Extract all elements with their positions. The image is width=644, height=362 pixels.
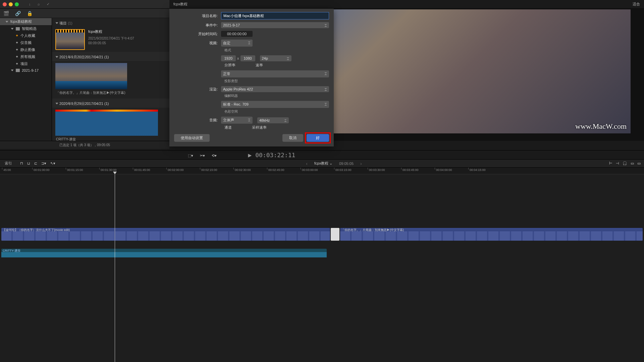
fps-select[interactable]: 24p	[260, 55, 291, 61]
render-label: 渲染:	[174, 87, 221, 92]
audio-clip[interactable]: CRITTY-遇萤	[52, 108, 169, 141]
cancel-button[interactable]: 取消	[282, 134, 303, 142]
viewer-header: fcpx教程 适合	[169, 0, 644, 8]
project-clip[interactable]: fcpx教程 2021/9/202017/04/21 下午4:07 00:09:…	[52, 27, 169, 52]
index-button[interactable]: 索引	[0, 161, 17, 166]
canvas-tools: ⬚▾ ✂▾ ⟲▾	[188, 154, 217, 158]
connect-icon[interactable]: ⊓	[20, 161, 23, 166]
timeline: 索引 ⊓ ⊔ ⊏ ⊐▾ ↖▾ ‹ fcpx教程 ⌄ 09:05:05 › ⊢ ⊣…	[0, 160, 644, 362]
sidebar-item-audio[interactable]: ✦仅音频	[0, 39, 52, 46]
folder-icon	[16, 27, 20, 31]
timeline-gap[interactable]	[331, 228, 339, 241]
lock-icon[interactable]: 🔒	[27, 11, 33, 16]
projection-hint: 投影类型	[224, 79, 329, 83]
insert-icon[interactable]: ⊔	[27, 161, 30, 166]
browser-section-event2: 2020年9月29日2017/04/21 (1)	[52, 99, 169, 108]
timeline-header: 索引 ⊓ ⊔ ⊏ ⊐▾ ↖▾ ‹ fcpx教程 ⌄ 09:05:05 › ⊢ ⊣…	[0, 160, 644, 168]
project-name: fcpx教程	[88, 29, 166, 34]
maximize-icon[interactable]	[15, 2, 19, 6]
project-date: 2021/9/202017/04/21 下午4:07	[88, 36, 166, 41]
codec-select[interactable]: Apple ProRes 422	[221, 86, 329, 92]
import-icon[interactable]: ↓	[29, 2, 31, 6]
timeline-tool-icons: ⊓ ⊔ ⊏ ⊐▾ ↖▾	[17, 161, 59, 166]
playhead[interactable]	[115, 174, 115, 362]
clip-label: 「你的名字。」片尾曲：別來無恙▶(中文字幕)	[55, 89, 166, 97]
keyword-icon[interactable]: ⌕	[38, 2, 40, 6]
sidebar-item-favorites[interactable]: ✦个人收藏	[0, 32, 52, 39]
ok-button[interactable]: 好	[307, 134, 329, 142]
projection-select[interactable]: 正常	[221, 70, 329, 77]
timeline-tracks[interactable]: 【金坷垃】（你的名字）没什么大不了(movie edit) 「你的名字。」片尾曲…	[0, 174, 644, 362]
timeline-audio-clip[interactable]: CRITTY-遇萤	[1, 249, 327, 257]
audio-label: 音频:	[174, 118, 221, 123]
library-sidebar: fcpx基础教程 智能精选 ✦个人收藏 ✦仅音频 ✦静止图像 ✦所有视频 ✦项目…	[0, 18, 52, 141]
sidebar-library-root[interactable]: fcpx基础教程	[0, 18, 52, 25]
media-icon[interactable]: 🔗	[15, 11, 21, 16]
video-clip[interactable]: 「你的名字。」片尾曲：別來無恙▶(中文字幕)	[52, 61, 169, 99]
disclosure-icon[interactable]	[56, 56, 58, 58]
height-input[interactable]: 1080	[240, 55, 255, 61]
timeline-video-clip[interactable]: 【金坷垃】（你的名字）没什么大不了(movie edit)	[1, 228, 330, 241]
timecode-input[interactable]: 00:00:00:00	[221, 31, 253, 37]
channels-select[interactable]: 立体声	[221, 117, 253, 124]
project-duration: 00:09:05:05	[88, 41, 166, 46]
project-name-input[interactable]	[221, 12, 329, 19]
browser-section-projects: 项目 (1)	[52, 18, 169, 27]
colorspace-hint: 色彩空间	[224, 109, 329, 114]
clip-appearance-icon[interactable]: ▭	[637, 161, 641, 166]
minimize-icon[interactable]	[9, 2, 13, 6]
timeline-right-icons: ⊢ ⊣ 🎧 ▭ ▭	[609, 161, 644, 166]
project-thumbnail	[55, 29, 85, 50]
colorspace-select[interactable]: 标准 - Rec. 709	[221, 101, 329, 108]
highlight-annotation: 好	[305, 132, 331, 143]
retime-tool-icon[interactable]: ⟲▾	[212, 154, 217, 158]
timeline-project-name[interactable]: fcpx教程 ⌄	[314, 161, 332, 166]
browser-statusbar: 已选定 1 项（共 3 项），09:05:05	[0, 141, 169, 149]
clip-label: CRITTY-遇萤	[55, 136, 166, 141]
solo-icon[interactable]: ▭	[631, 161, 634, 166]
timecode-display[interactable]: ▶ 00:0 3:22:11	[248, 152, 296, 159]
history-forward-icon[interactable]: ›	[360, 161, 362, 166]
audio-skim-icon[interactable]: 🎧	[623, 161, 627, 166]
transform-tool-icon[interactable]: ⬚▾	[188, 154, 193, 158]
library-name: fcpx基础教程	[10, 19, 32, 24]
append-icon[interactable]: ⊏	[34, 161, 37, 166]
viewer-zoom-dropdown[interactable]: 适合	[633, 2, 640, 7]
event-icon	[16, 69, 20, 72]
disclosure-icon	[11, 28, 14, 29]
resolution-hint: 分辨率	[224, 63, 235, 68]
timeline-video-clip[interactable]: 「你的名字。」片尾曲：別來無恙▶(中文字幕)	[340, 228, 643, 241]
clip-thumbnail	[55, 63, 127, 89]
width-input[interactable]: 1920	[221, 55, 236, 61]
disclosure-icon	[6, 21, 8, 22]
auto-settings-button[interactable]: 使用自动设置	[174, 134, 210, 142]
history-back-icon[interactable]: ‹	[306, 161, 308, 166]
timeline-duration: 09:05:05	[339, 162, 354, 166]
x-separator: x	[236, 56, 240, 60]
project-settings-dialog: 项目名称: 事件中: 2021-9-17 开始时间码: 00:00:00:00 …	[169, 9, 334, 146]
disclosure-icon[interactable]	[56, 22, 58, 24]
background-tasks-icon[interactable]: ✓	[47, 2, 50, 6]
clip-thumbnail	[55, 110, 158, 136]
viewer-title: fcpx教程	[173, 2, 187, 7]
watermark: www.MacW.com	[575, 122, 627, 131]
library-icon[interactable]: 🎬	[3, 11, 9, 16]
sidebar-event[interactable]: 2021-9-17	[0, 67, 52, 73]
format-select[interactable]: 自定	[221, 40, 253, 47]
titlebar-tools: ↓ ⌕ ✓	[29, 2, 50, 6]
overwrite-icon[interactable]: ⊐▾	[41, 161, 46, 166]
disclosure-icon[interactable]	[56, 103, 58, 105]
skimming-icon[interactable]: ⊣	[616, 161, 619, 166]
snap-icon[interactable]: ⊢	[609, 161, 612, 166]
sidebar-item-projects[interactable]: ✦项目	[0, 60, 52, 67]
samplerate-select[interactable]: 48kHz	[257, 117, 289, 123]
sidebar-item-videos[interactable]: ✦所有视频	[0, 53, 52, 60]
codec-hint: 编解码器	[224, 94, 329, 98]
arrow-tool-icon[interactable]: ↖▾	[50, 161, 55, 166]
close-icon[interactable]	[3, 2, 7, 6]
event-select[interactable]: 2021-9-17	[221, 22, 329, 28]
enhance-tool-icon[interactable]: ✂▾	[200, 154, 205, 158]
sidebar-item-stills[interactable]: ✦静止图像	[0, 46, 52, 53]
sidebar-smart-collections[interactable]: 智能精选	[0, 25, 52, 32]
timeline-ruler[interactable]: 45:00 00:01:00:00 00:01:15:00 00:01:30:0…	[0, 168, 644, 174]
